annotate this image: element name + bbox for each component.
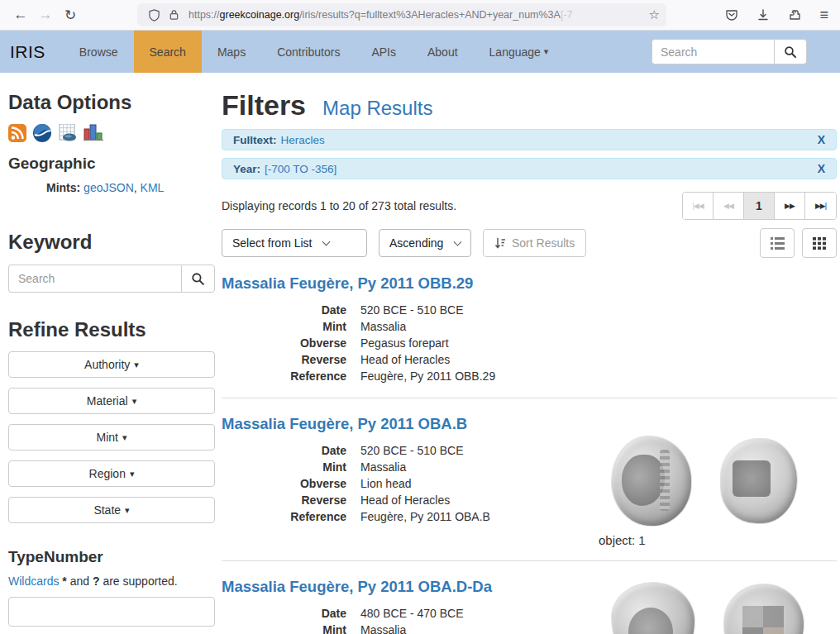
filter-chip-fulltext: Fulltext:Heracles X xyxy=(222,129,837,150)
list-view-button[interactable] xyxy=(760,228,795,258)
kml-link[interactable]: KML xyxy=(141,181,165,194)
url-bar[interactable]: https://greekcoinage.org/iris/results?q=… xyxy=(137,3,666,26)
extensions-puzzle-icon[interactable] xyxy=(788,8,801,21)
grid-view-button[interactable] xyxy=(802,228,837,258)
result-item: Massalia Feugère, Py 2011 OBB.29 Date520… xyxy=(222,258,837,398)
nav-item-search[interactable]: Search xyxy=(134,31,202,73)
refine-results-heading: Refine Results xyxy=(8,318,215,341)
keyword-search-button[interactable] xyxy=(181,265,215,293)
caret-down-icon: ▾ xyxy=(122,432,127,443)
lock-icon[interactable] xyxy=(169,9,179,21)
geojson-link[interactable]: geoJSON xyxy=(84,181,134,194)
shield-icon[interactable] xyxy=(148,9,160,21)
coin-reverse-image[interactable] xyxy=(721,439,797,523)
previous-page-button[interactable]: ◀◀ xyxy=(714,193,744,219)
nav-item-apis[interactable]: APIs xyxy=(356,31,412,73)
filter-authority-dropdown[interactable]: Authority▾ xyxy=(8,351,215,378)
mints-links: Mints: geoJSON, KML xyxy=(8,181,215,194)
google-earth-icon[interactable] xyxy=(32,123,52,143)
caret-down-icon: ▾ xyxy=(134,360,139,370)
nav-item-browse[interactable]: Browse xyxy=(64,31,134,73)
back-icon[interactable]: ← xyxy=(8,3,33,26)
download-icon[interactable] xyxy=(756,8,770,21)
map-results-link[interactable]: Map Results xyxy=(322,97,432,120)
data-options-heading: Data Options xyxy=(8,91,215,114)
pagination: |◀◀ ◀◀ 1 ▶▶ ▶▶| xyxy=(682,192,837,220)
records-count-text: Displaying records 1 to 20 of 273 total … xyxy=(222,192,456,212)
filter-mint-dropdown[interactable]: Mint▾ xyxy=(8,424,215,450)
wildcards-link[interactable]: Wildcards xyxy=(8,574,59,588)
pocket-icon[interactable] xyxy=(725,8,738,21)
next-page-button[interactable]: ▶▶ xyxy=(775,193,805,219)
chevron-down-icon: ▾ xyxy=(544,46,549,57)
last-page-button[interactable]: ▶▶| xyxy=(805,193,836,219)
result-item: Massalia Feugère, Py 2011 OBA.B Date520 … xyxy=(222,398,837,561)
filter-state-dropdown[interactable]: State▾ xyxy=(8,497,215,523)
caret-down-icon: ▾ xyxy=(130,469,135,479)
sort-results-button[interactable]: Sort Results xyxy=(483,229,586,257)
rss-feed-icon[interactable] xyxy=(8,124,26,142)
result-title-link[interactable]: Massalia Feugère, Py 2011 OBA.D-Da xyxy=(222,578,492,596)
nav-item-contributors[interactable]: Contributors xyxy=(261,31,356,73)
csv-table-icon[interactable] xyxy=(58,124,78,142)
forward-icon[interactable]: → xyxy=(33,3,58,26)
nav-item-about[interactable]: About xyxy=(412,31,474,73)
url-text[interactable]: https://greekcoinage.org/iris/results?q=… xyxy=(189,9,644,21)
result-title-link[interactable]: Massalia Feugère, Py 2011 OBB.29 xyxy=(222,274,473,293)
caret-down-icon: ▾ xyxy=(132,396,137,407)
typenumber-heading: TypeNumber xyxy=(8,548,215,566)
first-page-button[interactable]: |◀◀ xyxy=(683,193,714,219)
coin-reverse-image[interactable] xyxy=(724,584,804,634)
sort-icon xyxy=(494,237,506,250)
wildcards-note: Wildcards * and ? are supported. xyxy=(8,574,215,588)
browser-toolbar: ← → ↻ https://greekcoinage.org/iris/resu… xyxy=(0,0,840,31)
sort-field-select[interactable]: Select from List xyxy=(222,229,367,257)
chevron-down-icon xyxy=(322,237,331,245)
results-panel: Filters Map Results Fulltext:Heracles X … xyxy=(222,73,837,634)
navbar-search-button[interactable] xyxy=(774,39,807,64)
keyword-heading: Keyword xyxy=(8,231,215,254)
remove-filter-icon[interactable]: X xyxy=(818,162,825,175)
filter-region-dropdown[interactable]: Region▾ xyxy=(8,460,215,487)
filters-title: Filters xyxy=(222,89,306,122)
typenumber-input[interactable] xyxy=(8,597,215,627)
grid-view-icon xyxy=(813,237,826,250)
filter-chip-year: Year:[-700 TO -356] X xyxy=(222,158,837,179)
geographic-heading: Geographic xyxy=(8,155,215,173)
caret-down-icon: ▾ xyxy=(125,505,130,516)
chart-icon[interactable] xyxy=(84,124,103,142)
result-item: Massalia Feugère, Py 2011 OBA.D-Da Date4… xyxy=(222,561,837,634)
current-page-button[interactable]: 1 xyxy=(744,193,775,219)
remove-filter-icon[interactable]: X xyxy=(818,133,825,146)
result-title-link[interactable]: Massalia Feugère, Py 2011 OBA.B xyxy=(222,415,467,433)
chevron-down-icon xyxy=(454,237,462,245)
search-icon xyxy=(191,272,205,286)
filter-material-dropdown[interactable]: Material▾ xyxy=(8,388,215,414)
keyword-search-input[interactable] xyxy=(8,265,181,293)
menu-icon[interactable]: ≡ xyxy=(819,7,828,24)
nav-item-maps[interactable]: Maps xyxy=(202,31,261,73)
bookmark-star-icon[interactable]: ☆ xyxy=(649,7,660,22)
sort-direction-select[interactable]: Ascending xyxy=(379,229,471,257)
search-icon xyxy=(784,45,797,59)
object-caption: object: 1 xyxy=(589,533,837,547)
site-navbar: IRIS Browse Search Maps Contributors API… xyxy=(0,31,840,73)
sidebar: Data Options Geographic Mints: geoJSON, … xyxy=(8,73,215,634)
coin-obverse-image[interactable] xyxy=(612,583,694,634)
reload-icon[interactable]: ↻ xyxy=(58,3,83,26)
brand-logo[interactable]: IRIS xyxy=(10,42,45,62)
list-view-icon xyxy=(771,237,785,250)
navbar-search-input[interactable] xyxy=(651,39,774,64)
nav-item-language[interactable]: Language▾ xyxy=(474,31,565,73)
coin-obverse-image[interactable] xyxy=(612,436,691,526)
